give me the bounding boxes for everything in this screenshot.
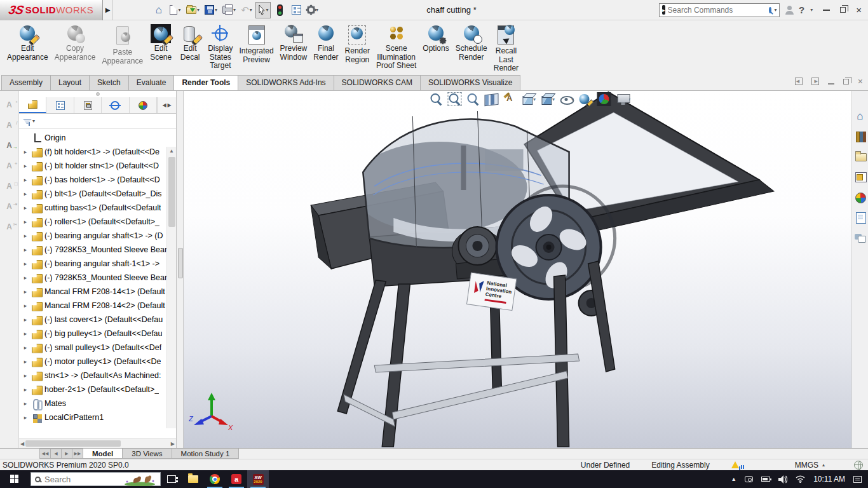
appearances-scenes-icon[interactable] (854, 191, 867, 203)
view-settings-icon[interactable] (616, 92, 630, 106)
tab-solidworks-cam[interactable]: SOLIDWORKS CAM (334, 75, 421, 90)
scroll-left-icon[interactable]: ◀ (20, 441, 24, 447)
expand-arrow-icon[interactable]: ▸ (22, 233, 29, 239)
favorite-note-icon[interactable]: A (4, 100, 15, 110)
paste-appearance-button[interactable]: Paste Appearance (98, 23, 146, 67)
expand-arrow-icon[interactable]: ▸ (22, 358, 29, 365)
scroll-thumb[interactable] (168, 157, 175, 227)
tab-model[interactable]: Model (83, 449, 123, 459)
file-properties-button[interactable] (288, 2, 304, 18)
help-button[interactable]: ? (799, 4, 804, 15)
restore-button[interactable] (840, 7, 846, 13)
previous-view-icon[interactable] (466, 92, 480, 106)
tree-item[interactable]: ▸ cutting bas<1> (Default<<Default (22, 201, 176, 215)
annotations-icon[interactable] (503, 92, 517, 106)
filter-funnel-icon[interactable] (23, 119, 32, 124)
undo-dropdown-icon[interactable]: ▾ (250, 7, 252, 13)
panel-drag-handle[interactable] (19, 91, 176, 97)
expand-arrow-icon[interactable]: ▸ (22, 149, 29, 155)
expand-arrow-icon[interactable]: ▸ (22, 414, 29, 421)
tree-item[interactable]: ▸ Mates (22, 396, 176, 410)
doc-close-button[interactable]: × (858, 77, 863, 86)
tree-item[interactable]: ▸ (-) 7928K53_Mounted Sleeve Beari (22, 271, 176, 285)
file-explorer-icon[interactable] (854, 151, 867, 163)
help-dropdown-icon[interactable]: ▾ (810, 7, 813, 13)
expand-arrow-icon[interactable]: ▸ (22, 205, 29, 211)
new-document-button[interactable]: ▾ (168, 2, 183, 18)
recall-last-render-button[interactable]: Recall Last Render (491, 23, 522, 74)
edit-decal-button[interactable]: Edit Decal (175, 23, 205, 63)
save-button[interactable]: ▾ (203, 2, 219, 18)
expand-arrow-icon[interactable]: ▸ (22, 274, 29, 281)
add-note-icon[interactable]: A (4, 161, 15, 171)
select-tool-button[interactable]: ▾ (255, 2, 271, 18)
search-icon[interactable] (769, 7, 771, 13)
edit-appearance-icon[interactable] (578, 92, 592, 106)
tree-item[interactable]: ▸ (-) blt<1> (Default<<Default>_Dis (22, 187, 176, 201)
expand-arrow-icon[interactable]: ▸ (22, 400, 29, 407)
volume-icon[interactable] (778, 475, 787, 484)
save-dropdown-icon[interactable]: ▾ (215, 7, 217, 13)
last-tab-icon[interactable]: ▶▶ (72, 449, 83, 459)
minimize-button[interactable] (823, 10, 830, 11)
new-dropdown-icon[interactable]: ▾ (178, 7, 180, 13)
red-app-button[interactable]: a (226, 470, 247, 488)
note-style-icon[interactable]: A (4, 181, 15, 191)
expand-arrow-icon[interactable]: ▸ (22, 372, 29, 379)
view-orientation-icon[interactable] (521, 92, 535, 106)
wifi-icon[interactable] (796, 475, 805, 483)
graphics-viewport[interactable]: National Innovation Centre ▾ ▾ (184, 91, 851, 448)
solidworks-logo[interactable]: 3S SOLIDWORKS (0, 0, 103, 20)
print-dropdown-icon[interactable]: ▾ (233, 7, 236, 13)
scene-illumination-proof-sheet-button[interactable]: Scene Illumination Proof Sheet (373, 23, 419, 72)
solidworks-taskbar-button[interactable]: SW2020 (247, 470, 269, 488)
expand-arrow-icon[interactable]: ▸ (22, 177, 29, 183)
tree-item[interactable]: ▸ (-) bearing angular shaft<1> -> (D (22, 229, 176, 243)
scroll-up-icon[interactable]: ▲ (169, 147, 174, 156)
edit-note-icon[interactable]: A (4, 120, 15, 130)
search-dropdown-icon[interactable]: ▾ (775, 7, 777, 13)
tree-item[interactable]: ▸ (-) 7928K53_Mounted Sleeve Beari (22, 243, 176, 257)
performance-warning-icon[interactable] (731, 461, 740, 469)
tray-expand-icon[interactable]: ▲ (731, 476, 736, 482)
close-button[interactable]: × (856, 5, 862, 15)
tree-item[interactable]: ▸ (-) roller<1> (Default<<Default>_ (22, 215, 176, 229)
dimxpertmanager-tab[interactable] (102, 97, 129, 113)
tab-render-tools[interactable]: Render Tools (173, 75, 238, 90)
chrome-button[interactable] (204, 470, 226, 488)
search-commands-box[interactable]: ▸ ▾ (659, 3, 780, 17)
expand-arrow-icon[interactable]: ▸ (22, 316, 29, 323)
expand-arrow-icon[interactable]: ▸ (22, 386, 29, 393)
task-view-button[interactable] (161, 470, 182, 488)
scroll-right-icon[interactable]: ▶ (171, 441, 175, 447)
zoom-area-icon[interactable] (447, 92, 461, 106)
tree-item[interactable]: ▸ (f) blt holder<1> -> (Default<<De (22, 145, 176, 159)
taskbar-search-box[interactable] (31, 472, 161, 486)
view-palette-icon[interactable] (854, 171, 867, 183)
move-note-icon[interactable]: A (4, 201, 15, 212)
hide-show-items-icon[interactable] (559, 92, 573, 106)
collapse-right-pane-icon[interactable]: ▶ (811, 78, 819, 85)
tree-item[interactable]: ▸ (-) blt holder stn<1> (Default<<D (22, 159, 176, 173)
render-region-button[interactable]: Render Region (342, 23, 373, 65)
section-view-icon[interactable] (484, 93, 498, 106)
print-button[interactable]: ▾ (220, 2, 238, 18)
taskbar-search-input[interactable] (44, 475, 119, 484)
propertymanager-tab[interactable] (46, 97, 74, 113)
copy-appearance-button[interactable]: Copy Appearance (51, 23, 99, 63)
tree-item[interactable]: ▸ Origin (22, 131, 176, 145)
tree-horizontal-scrollbar[interactable]: ◀ ▶ (19, 438, 176, 448)
units-dropdown-icon[interactable]: ▴ (822, 462, 825, 468)
collapse-left-pane-icon[interactable]: ◀ (795, 78, 803, 85)
user-account-icon[interactable] (785, 6, 794, 15)
tab-evaluate[interactable]: Evaluate (128, 75, 175, 90)
tab-motion-study-1[interactable]: Motion Study 1 (172, 449, 240, 459)
tree-item[interactable]: ▸ hober-2<1> (Default<<Default>_ (22, 383, 176, 396)
displaymanager-tab[interactable] (130, 97, 157, 113)
tab-solidworks-add-ins[interactable]: SOLIDWORKS Add-Ins (238, 75, 334, 90)
forum-icon[interactable] (854, 232, 867, 244)
edit-scene-button[interactable]: Edit Scene (146, 23, 175, 63)
expand-arrow-icon[interactable]: ▸ (22, 344, 29, 351)
tree-vertical-scrollbar[interactable]: ▲ (166, 147, 176, 428)
tags-icon[interactable] (854, 461, 863, 470)
